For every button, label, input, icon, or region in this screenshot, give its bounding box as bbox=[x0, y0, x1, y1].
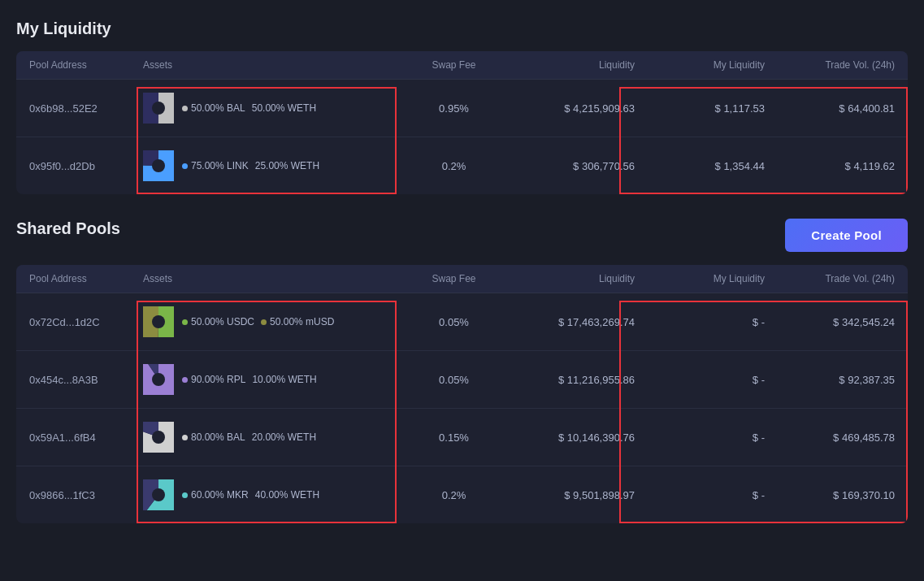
my-liquidity-value: $ 1,117.53 bbox=[635, 102, 765, 115]
asset-badges: 50.00% BAL 50.00% WETH bbox=[182, 102, 316, 114]
asset-badge: 50.00% USDC bbox=[182, 316, 254, 327]
asset-badge: 50.00% BAL bbox=[182, 102, 245, 114]
trade-vol-value: $ 64,400.81 bbox=[765, 102, 895, 115]
svg-point-14 bbox=[152, 431, 165, 444]
my-liquidity-title: My Liquidity bbox=[16, 20, 908, 38]
asset-badge: 25.00% WETH bbox=[255, 160, 319, 171]
swap-fee: 0.2% bbox=[403, 489, 505, 501]
table-row[interactable]: 0x6b98...52E2 50.00% BAL 50.00% WETH bbox=[16, 80, 908, 137]
shared-pools-header-row: Shared Pools Create Pool bbox=[16, 219, 908, 252]
liquidity-value: $ 10,146,390.76 bbox=[505, 431, 635, 444]
trade-vol-value: $ 342,545.24 bbox=[765, 316, 895, 328]
svg-point-17 bbox=[152, 488, 165, 501]
asset-badges: 75.00% LINK 25.00% WETH bbox=[182, 160, 319, 171]
swap-fee: 0.95% bbox=[403, 102, 505, 115]
page-container: My Liquidity Pool Address Assets Swap Fe… bbox=[0, 0, 924, 564]
pie-chart bbox=[143, 306, 174, 337]
shared-pools-header: Pool Address Assets Swap Fee Liquidity M… bbox=[16, 265, 908, 293]
my-liquidity-table: Pool Address Assets Swap Fee Liquidity M… bbox=[16, 51, 908, 194]
shared-pools-table: Pool Address Assets Swap Fee Liquidity M… bbox=[16, 265, 908, 523]
pool-address: 0x95f0...d2Db bbox=[29, 160, 143, 172]
shared-pools-title: Shared Pools bbox=[16, 219, 120, 238]
col-pool-address-2: Pool Address bbox=[29, 273, 143, 284]
table-row[interactable]: 0x454c...8A3B 90.00% RPL 10.00% WETH bbox=[16, 351, 908, 409]
my-liquidity-header: Pool Address Assets Swap Fee Liquidity M… bbox=[16, 51, 908, 80]
pool-address: 0x59A1...6fB4 bbox=[29, 431, 143, 444]
liquidity-value: $ 11,216,955.86 bbox=[505, 374, 635, 386]
create-pool-button[interactable]: Create Pool bbox=[785, 219, 908, 252]
table-row[interactable]: 0x9866...1fC3 60.00% MKR 40.00% WETH bbox=[16, 466, 908, 523]
asset-badge: 80.00% BAL bbox=[182, 431, 245, 443]
pool-address: 0x9866...1fC3 bbox=[29, 489, 143, 501]
swap-fee: 0.15% bbox=[403, 431, 505, 444]
table-row[interactable]: 0x59A1...6fB4 80.00% BAL 20.00% WETH bbox=[16, 409, 908, 466]
my-liquidity-value: $ - bbox=[635, 316, 765, 328]
svg-point-8 bbox=[152, 315, 165, 328]
pool-address: 0x72Cd...1d2C bbox=[29, 316, 143, 328]
assets-cell: 60.00% MKR 40.00% WETH bbox=[143, 479, 403, 510]
liquidity-value: $ 9,501,898.97 bbox=[505, 489, 635, 501]
assets-cell: 50.00% USDC 50.00% mUSD bbox=[143, 306, 403, 337]
col-swap-fee-1: Swap Fee bbox=[403, 59, 505, 71]
asset-badge: 10.00% WETH bbox=[252, 374, 316, 385]
liquidity-value: $ 17,463,269.74 bbox=[505, 316, 635, 328]
my-liquidity-value: $ - bbox=[635, 374, 765, 386]
swap-fee: 0.05% bbox=[403, 374, 505, 386]
my-liquidity-value: $ - bbox=[635, 431, 765, 444]
svg-point-5 bbox=[152, 159, 165, 172]
liquidity-value: $ 4,215,909.63 bbox=[505, 102, 635, 115]
assets-cell: 75.00% LINK 25.00% WETH bbox=[143, 150, 403, 181]
asset-dot bbox=[182, 163, 188, 169]
col-trade-vol-2: Trade Vol. (24h) bbox=[765, 273, 895, 284]
asset-dot bbox=[261, 319, 267, 325]
trade-vol-value: $ 469,485.78 bbox=[765, 431, 895, 444]
table-row[interactable]: 0x95f0...d2Db 75.00% LINK 25.00% WETH bbox=[16, 137, 908, 194]
svg-point-2 bbox=[152, 102, 165, 115]
asset-dot bbox=[182, 435, 188, 440]
col-assets-1: Assets bbox=[143, 59, 403, 71]
pie-chart bbox=[143, 479, 174, 510]
asset-badges: 80.00% BAL 20.00% WETH bbox=[182, 431, 316, 443]
my-liquidity-value: $ - bbox=[635, 489, 765, 501]
trade-vol-value: $ 92,387.35 bbox=[765, 374, 895, 386]
asset-badges: 60.00% MKR 40.00% WETH bbox=[182, 489, 319, 501]
svg-point-11 bbox=[152, 373, 165, 386]
asset-dot bbox=[182, 106, 188, 111]
asset-badges: 50.00% USDC 50.00% mUSD bbox=[182, 316, 334, 327]
col-trade-vol-1: Trade Vol. (24h) bbox=[765, 59, 895, 71]
swap-fee: 0.05% bbox=[403, 316, 505, 328]
col-assets-2: Assets bbox=[143, 273, 403, 284]
col-my-liq-1: My Liquidity bbox=[635, 59, 765, 71]
pool-address: 0x454c...8A3B bbox=[29, 374, 143, 386]
col-liquidity-1: Liquidity bbox=[505, 59, 635, 71]
asset-dot bbox=[182, 319, 188, 325]
pie-chart bbox=[143, 150, 174, 181]
trade-vol-value: $ 4,119.62 bbox=[765, 160, 895, 172]
asset-badges: 90.00% RPL 10.00% WETH bbox=[182, 374, 317, 385]
assets-cell: 90.00% RPL 10.00% WETH bbox=[143, 364, 403, 395]
asset-badge: 40.00% WETH bbox=[255, 489, 319, 501]
asset-badge: 50.00% mUSD bbox=[261, 316, 334, 327]
asset-badge: 60.00% MKR bbox=[182, 489, 249, 501]
asset-badge: 90.00% RPL bbox=[182, 374, 245, 385]
assets-cell: 50.00% BAL 50.00% WETH bbox=[143, 93, 403, 124]
liquidity-value: $ 306,770.56 bbox=[505, 160, 635, 172]
assets-cell: 80.00% BAL 20.00% WETH bbox=[143, 422, 403, 453]
trade-vol-value: $ 169,370.10 bbox=[765, 489, 895, 501]
col-swap-fee-2: Swap Fee bbox=[403, 273, 505, 284]
col-liquidity-2: Liquidity bbox=[505, 273, 635, 284]
asset-dot bbox=[182, 377, 188, 383]
asset-badge: 75.00% LINK bbox=[182, 160, 249, 171]
asset-badge: 20.00% WETH bbox=[252, 431, 316, 443]
pie-chart bbox=[143, 93, 174, 124]
col-my-liq-2: My Liquidity bbox=[635, 273, 765, 284]
pie-chart bbox=[143, 422, 174, 453]
table-row[interactable]: 0x72Cd...1d2C 50.00% USDC 50.00% mUSD bbox=[16, 293, 908, 351]
asset-badge: 50.00% WETH bbox=[252, 102, 316, 114]
my-liquidity-value: $ 1,354.44 bbox=[635, 160, 765, 172]
swap-fee: 0.2% bbox=[403, 160, 505, 172]
asset-dot bbox=[182, 492, 188, 498]
pool-address: 0x6b98...52E2 bbox=[29, 102, 143, 115]
col-pool-address-1: Pool Address bbox=[29, 59, 143, 71]
pie-chart bbox=[143, 364, 174, 395]
